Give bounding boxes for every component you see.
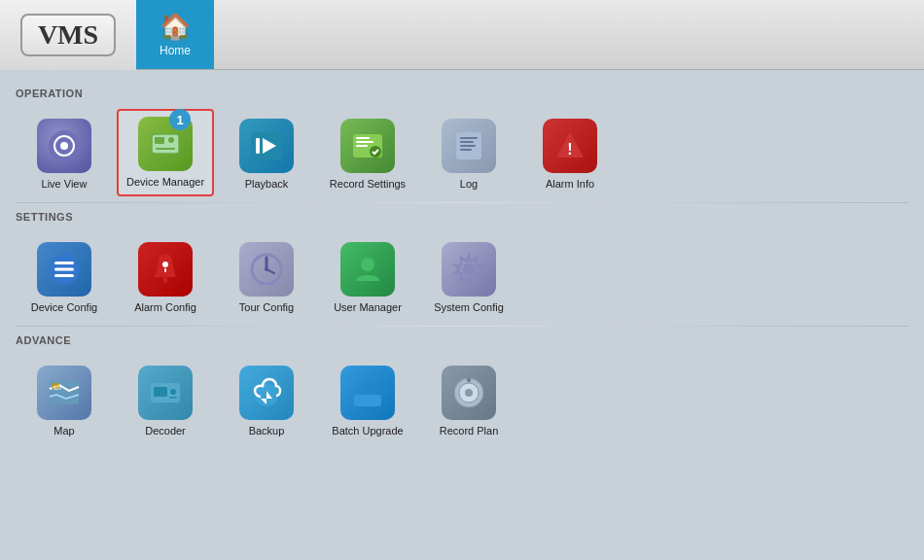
- icon-item-live-view[interactable]: Live View: [16, 109, 113, 196]
- svg-point-26: [162, 262, 168, 267]
- icon-label-device-manager: Device Manager: [126, 175, 204, 189]
- home-tab[interactable]: 🏠 Home: [136, 0, 214, 69]
- svg-rect-22: [54, 262, 74, 264]
- main-content: OPERATION Live View1Device ManagerPlayba…: [0, 70, 924, 560]
- icon-label-playback: Playback: [245, 177, 289, 191]
- svg-rect-38: [169, 397, 177, 399]
- icon-img-backup: [239, 366, 294, 420]
- icon-img-playback: [239, 119, 294, 173]
- svg-point-47: [467, 378, 471, 382]
- icon-label-map: Map: [53, 424, 74, 438]
- icon-label-log: Log: [460, 177, 478, 191]
- icon-label-live-view: Live View: [42, 177, 88, 191]
- section-settings-header: SETTINGS: [16, 211, 908, 223]
- svg-point-5: [168, 137, 174, 143]
- svg-rect-11: [356, 137, 370, 139]
- icon-label-tour-config: Tour Config: [239, 300, 294, 314]
- svg-text:!: !: [567, 141, 572, 158]
- svg-rect-4: [155, 137, 164, 144]
- svg-point-31: [463, 263, 475, 275]
- svg-rect-13: [356, 145, 368, 147]
- home-icon: 🏠: [160, 12, 191, 42]
- svg-rect-6: [156, 148, 175, 150]
- svg-rect-27: [164, 268, 166, 272]
- icon-img-alarm-info: !: [543, 119, 597, 173]
- svg-rect-36: [154, 387, 167, 397]
- icon-img-log: [442, 119, 496, 173]
- icon-item-user-manager[interactable]: User Manager: [319, 232, 416, 320]
- icon-item-alarm-info[interactable]: !Alarm Info: [521, 109, 619, 196]
- icon-img-map: $20: [37, 366, 91, 420]
- svg-rect-12: [356, 141, 373, 143]
- icon-img-system-config: [442, 242, 496, 297]
- icon-img-device-config: [37, 242, 91, 297]
- svg-rect-18: [460, 145, 476, 147]
- svg-text:$20: $20: [53, 385, 62, 391]
- icon-img-batch-upgrade: [340, 366, 395, 420]
- svg-point-30: [361, 258, 374, 271]
- icon-item-log[interactable]: Log: [420, 109, 517, 196]
- icon-item-tour-config[interactable]: Tour Config: [218, 232, 315, 320]
- advance-icon-grid: $20MapDecoderBackupBatch UpgradeRecord P…: [16, 356, 908, 443]
- vms-logo-text: VMS: [20, 14, 116, 56]
- icon-label-user-manager: User Manager: [334, 300, 402, 314]
- svg-point-46: [465, 389, 473, 397]
- icon-label-system-config: System Config: [434, 300, 504, 314]
- operation-icon-grid: Live View1Device ManagerPlaybackRecord S…: [16, 109, 908, 196]
- section-advance-header: ADVANCE: [16, 334, 908, 346]
- divider-1: [16, 202, 908, 203]
- svg-rect-17: [460, 141, 474, 143]
- badge-device-manager: 1: [169, 109, 191, 130]
- icon-item-record-plan[interactable]: Record Plan: [420, 356, 517, 443]
- icon-img-live-view: [37, 119, 91, 173]
- icon-label-record-plan: Record Plan: [440, 424, 499, 438]
- svg-rect-25: [163, 277, 167, 283]
- icon-label-decoder: Decoder: [145, 424, 186, 438]
- svg-rect-19: [460, 149, 472, 151]
- icon-img-alarm-config: [138, 242, 193, 297]
- icon-item-record-settings[interactable]: Record Settings: [319, 109, 416, 196]
- icon-label-backup: Backup: [249, 424, 285, 438]
- svg-rect-16: [460, 137, 478, 139]
- icon-img-decoder: [138, 366, 193, 420]
- icon-img-tour-config: [239, 242, 294, 297]
- icon-item-backup[interactable]: Backup: [218, 356, 315, 443]
- icon-img-record-settings: [340, 119, 395, 173]
- icon-item-batch-upgrade[interactable]: Batch Upgrade: [319, 356, 416, 443]
- icon-label-batch-upgrade: Batch Upgrade: [332, 424, 403, 438]
- icon-item-map[interactable]: $20Map: [16, 356, 113, 443]
- icon-label-device-config: Device Config: [31, 300, 97, 314]
- icon-img-record-plan: [442, 366, 496, 420]
- svg-point-29: [265, 267, 268, 271]
- topbar: VMS 🏠 Home: [0, 0, 924, 70]
- icon-label-alarm-config: Alarm Config: [134, 300, 196, 314]
- icon-item-alarm-config[interactable]: Alarm Config: [117, 232, 214, 320]
- vms-logo: VMS: [0, 0, 136, 70]
- home-tab-label: Home: [160, 44, 191, 57]
- svg-point-37: [170, 389, 176, 395]
- icon-img-user-manager: [340, 242, 395, 297]
- icon-item-device-config[interactable]: Device Config: [16, 232, 113, 320]
- section-operation-header: OPERATION: [16, 88, 908, 99]
- icon-label-record-settings: Record Settings: [330, 177, 406, 191]
- icon-item-decoder[interactable]: Decoder: [117, 356, 214, 443]
- svg-rect-23: [54, 267, 74, 270]
- svg-rect-43: [366, 383, 370, 393]
- settings-icon-grid: Device ConfigAlarm ConfigTour ConfigUser…: [16, 232, 908, 320]
- svg-rect-9: [256, 138, 260, 154]
- icon-item-device-manager[interactable]: 1Device Manager: [117, 109, 214, 196]
- svg-point-2: [60, 142, 68, 150]
- svg-rect-24: [54, 274, 74, 277]
- icon-item-system-config[interactable]: System Config: [420, 232, 517, 320]
- divider-2: [16, 326, 908, 327]
- icon-item-playback[interactable]: Playback: [218, 109, 315, 196]
- icon-label-alarm-info: Alarm Info: [546, 177, 594, 191]
- svg-rect-41: [354, 395, 381, 406]
